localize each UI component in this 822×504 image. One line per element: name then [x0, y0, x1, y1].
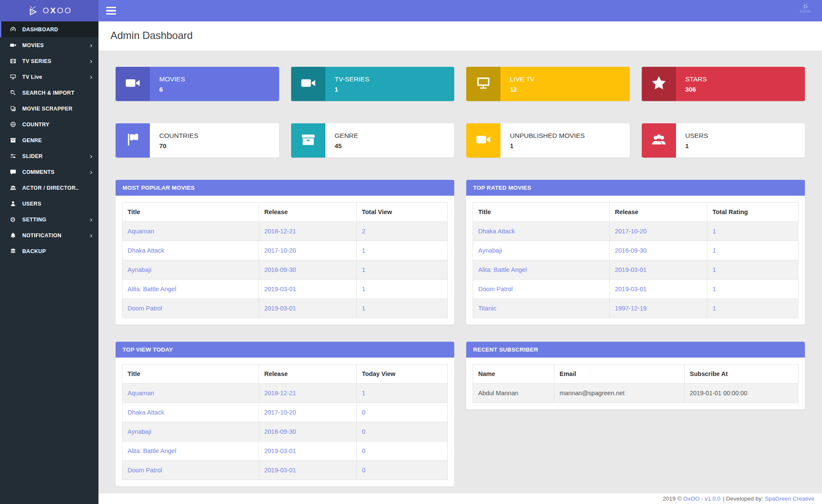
sidebar-item-dashboard[interactable]: DASHBOARD: [0, 21, 98, 37]
brand-text: OXOO: [42, 6, 72, 15]
sidebar-item-tv-live[interactable]: TV Live›: [0, 69, 98, 85]
stat-card-value: 6: [159, 86, 279, 93]
stat-card-label: TV-SERIES: [335, 75, 455, 83]
chevron-right-icon: ›: [90, 57, 92, 65]
panel-top-rated-movies: TOP RATED MOVIESTitleReleaseTotal Rating…: [466, 180, 805, 325]
sidebar-nav: DASHBOARDMOVIES›TV SERIES›TV Live›SEARCH…: [0, 21, 98, 259]
sidebar-item-movies[interactable]: MOVIES›: [0, 37, 98, 53]
row-title-link[interactable]: Titanic: [478, 305, 496, 312]
app-root: OXOO DASHBOARDMOVIES›TV SERIES›TV Live›S…: [0, 0, 822, 504]
sidebar-item-slider[interactable]: SLIDER›: [0, 148, 98, 164]
sidebar-item-label: MOVIE SCRAPPER: [22, 106, 92, 112]
row-title-link[interactable]: Dhaka Attack: [478, 228, 515, 235]
column-header: Total Rating: [707, 203, 798, 222]
sidebar-item-country[interactable]: COUNTRY: [0, 116, 98, 132]
footer-brand-link[interactable]: OxOO - v1.0.0: [683, 495, 721, 502]
video-icon: [476, 132, 491, 149]
hamburger-menu-icon[interactable]: [106, 6, 116, 15]
stat-card-live-tv[interactable]: LIVE TV12: [466, 67, 630, 101]
brand-logo[interactable]: OXOO: [0, 0, 98, 21]
sidebar-item-backup[interactable]: BACKUP: [0, 243, 98, 259]
table-row: Aquaman2018-12-212: [122, 222, 448, 241]
table-cell: 2016-09-30: [610, 241, 707, 260]
table-row: Abdul Mannanmannan@spagreen.net2019-01-0…: [473, 384, 798, 403]
stat-card-countries[interactable]: COUNTRIES70: [116, 123, 279, 158]
table-cell: Aquaman: [122, 222, 259, 241]
table-row: Doom Patrol2019-03-011: [473, 280, 798, 299]
column-header: Total View: [357, 203, 448, 222]
panel-title: RECENT SUBSCRIBER: [466, 342, 805, 358]
stat-cards-row-1: MOVIES6TV-SERIES1LIVE TV12STARS306: [116, 67, 805, 101]
row-title-link[interactable]: Doom Patrol: [128, 467, 162, 474]
row-title-link[interactable]: Dhaka Attack: [128, 247, 164, 254]
data-table: NameEmailSubscribe AtAbdul Mannanmannan@…: [473, 364, 798, 403]
sidebar-item-actor-director[interactable]: ACTOR / DIRECTOR..: [0, 180, 98, 196]
stat-card-value: 306: [685, 86, 805, 93]
table-cell: Aynabaji: [122, 422, 259, 441]
desktop-icon: [9, 74, 17, 80]
sidebar-item-users[interactable]: USERS: [0, 196, 98, 212]
footer-copyright: 2019 ©: [663, 495, 682, 502]
row-title-link[interactable]: Aynabaji: [128, 428, 151, 435]
chevron-right-icon: ›: [90, 168, 92, 176]
table-cell: 1: [707, 299, 798, 318]
table-cell: 2019-03-01: [259, 461, 357, 480]
stat-card-stars[interactable]: STARS306: [642, 67, 805, 101]
stat-card-label: STARS: [685, 75, 805, 83]
table-cell: 0: [357, 403, 448, 422]
sidebar-item-comments[interactable]: COMMENTS›: [0, 164, 98, 180]
table-row: Alita: Battle Angel2019-03-010: [122, 441, 448, 461]
table-cell: 2018-12-21: [259, 384, 357, 403]
sidebar-item-label: ACTOR / DIRECTOR..: [22, 185, 92, 191]
cogs-icon: ⚙: [9, 216, 17, 223]
row-title-link[interactable]: Aquaman: [128, 390, 154, 397]
column-header: Today View: [357, 364, 448, 384]
row-title-link[interactable]: Doom Patrol: [478, 286, 513, 292]
row-title-link[interactable]: Alita: Battle Angel: [128, 447, 176, 454]
sidebar-item-notification[interactable]: NOTIFICATION›: [0, 227, 98, 243]
table-row: Doom Patrol2019-03-010: [122, 461, 448, 480]
panel-title: MOST POPULAR MOVIES: [116, 180, 454, 196]
row-title-link[interactable]: Aquaman: [128, 228, 154, 235]
stat-card-genre[interactable]: GENRE45: [291, 123, 455, 158]
table-cell: Dhaka Attack: [122, 403, 259, 422]
page-header: Admin Dashboard: [98, 21, 822, 51]
archive-icon: [301, 132, 316, 149]
stat-card-tv-series[interactable]: TV-SERIES1: [291, 67, 455, 101]
table-cell: Abdul Mannan: [473, 384, 554, 403]
brand-play-tv-icon: [802, 3, 809, 9]
sidebar-item-label: BACKUP: [22, 248, 92, 254]
table-cell: 2017-10-20: [259, 403, 357, 422]
stat-card-users[interactable]: USERS1: [642, 123, 805, 158]
sidebar-item-genre[interactable]: GENRE: [0, 132, 98, 148]
stat-card-unpublished-movies[interactable]: UNPUBLISHED MOVIES1: [466, 123, 630, 158]
table-cell: 1997-12-19: [610, 299, 707, 318]
sidebar-item-search-import[interactable]: SEARCH & IMPORT: [0, 85, 98, 101]
row-title-link[interactable]: Aynabaji: [478, 247, 502, 254]
row-title-link[interactable]: Aynabaji: [128, 266, 151, 273]
sidebar-item-setting[interactable]: ⚙SETTING›: [0, 212, 98, 227]
stat-card-movies[interactable]: MOVIES6: [116, 67, 279, 101]
row-title-link[interactable]: Alita: Battle Angel: [128, 286, 176, 292]
tv-icon: [476, 75, 491, 92]
table-cell: Alita: Battle Angel: [122, 441, 259, 461]
chevron-right-icon: ›: [90, 216, 92, 223]
row-title-link[interactable]: Alita: Battle Angel: [478, 266, 527, 273]
sidebar-item-label: SLIDER: [22, 153, 90, 159]
table-cell: Doom Patrol: [122, 299, 259, 318]
table-cell: 2017-10-20: [259, 241, 357, 260]
row-title-link[interactable]: Doom Patrol: [128, 305, 162, 312]
stat-card-value: 70: [159, 142, 279, 149]
video-icon: [9, 42, 17, 48]
footer-developer-link[interactable]: SpaGreen Creative: [765, 495, 814, 502]
sidebar-item-movie-scrapper[interactable]: MOVIE SCRAPPER: [0, 101, 98, 116]
users-group-icon: [9, 185, 17, 191]
table-cell: 2019-03-01: [610, 260, 707, 280]
row-title-link[interactable]: Dhaka Attack: [128, 409, 164, 416]
table-cell: 1: [707, 280, 798, 299]
sidebar-item-tv-series[interactable]: TV SERIES›: [0, 53, 98, 69]
table-cell: 0: [357, 422, 448, 441]
panels-grid: MOST POPULAR MOVIESTitleReleaseTotal Vie…: [116, 180, 805, 486]
chevron-right-icon: ›: [90, 73, 92, 81]
topbar-brand-watermark[interactable]: OXOO: [800, 3, 811, 13]
